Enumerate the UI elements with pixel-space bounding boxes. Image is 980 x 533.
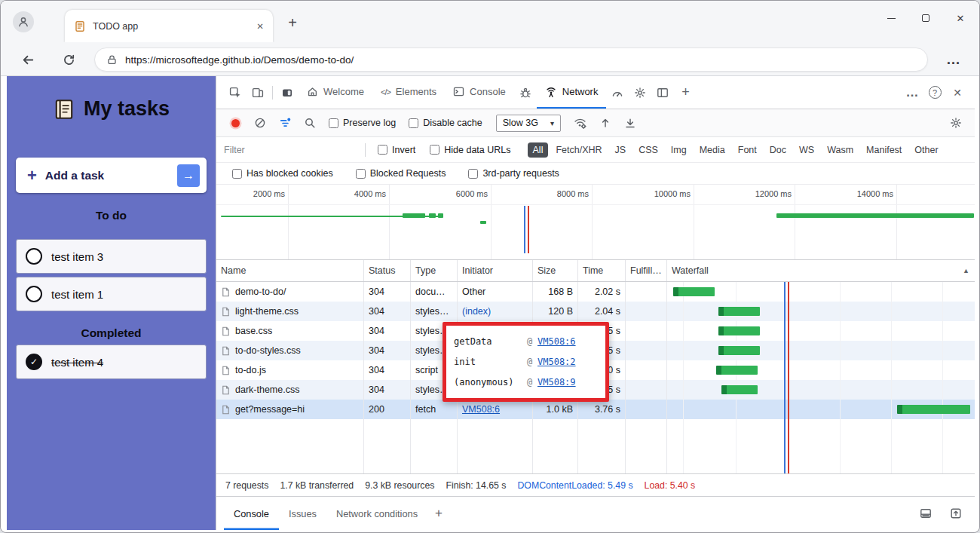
tab-elements[interactable]: </> Elements	[372, 76, 445, 109]
filter-toggle-icon[interactable]	[274, 112, 296, 134]
filter-type-css[interactable]: CSS	[633, 142, 663, 158]
person-icon	[17, 16, 29, 28]
devtools-help-button[interactable]: ?	[923, 81, 946, 104]
filter-type-font[interactable]: Font	[733, 142, 762, 158]
hide-data-urls-checkbox[interactable]: Hide data URLs	[430, 145, 510, 155]
refresh-button[interactable]	[57, 47, 81, 72]
filter-type-manifest[interactable]: Manifest	[861, 142, 907, 158]
column-header-initiator[interactable]: Initiator	[458, 260, 533, 281]
column-header-type[interactable]: Type	[411, 260, 458, 281]
source-location-link[interactable]: VM508:2	[537, 357, 576, 367]
transferred-size: 1.7 kB transferred	[280, 480, 354, 491]
submit-task-button[interactable]: →	[177, 164, 200, 187]
network-overview-timeline[interactable]: 2000 ms 4000 ms 6000 ms 8000 ms 10000 ms…	[216, 185, 975, 260]
column-header-name[interactable]: Name	[216, 260, 364, 281]
at-symbol: @	[527, 336, 537, 347]
clear-network-log-button[interactable]	[249, 112, 271, 134]
task-checkbox[interactable]	[26, 248, 42, 265]
tab-network[interactable]: Network	[537, 76, 607, 109]
profile-avatar[interactable]	[13, 11, 34, 32]
blocked-requests-checkbox[interactable]: Blocked Requests	[356, 168, 446, 179]
tab-console[interactable]: Console	[445, 76, 514, 109]
tab-close-icon[interactable]: ✕	[256, 21, 264, 32]
focus-mode-icon[interactable]	[276, 81, 299, 104]
maximize-button[interactable]	[908, 1, 943, 35]
task-checkbox[interactable]	[26, 286, 42, 302]
device-toolbar-icon[interactable]	[247, 81, 269, 104]
browser-tab[interactable]: TODO app ✕	[65, 10, 273, 42]
column-header-status[interactable]: Status	[364, 260, 411, 281]
back-button[interactable]	[16, 47, 40, 72]
filter-type-js[interactable]: JS	[610, 142, 632, 158]
waterfall-cell	[667, 341, 975, 360]
layout-panel-icon[interactable]	[651, 81, 674, 104]
dock-drawer-icon[interactable]	[914, 502, 937, 525]
record-network-log-button[interactable]	[224, 112, 247, 134]
filter-type-media[interactable]: Media	[694, 142, 730, 158]
minimize-button[interactable]	[874, 1, 908, 35]
waterfall-cell	[667, 302, 975, 321]
source-location-link[interactable]: VM508:6	[537, 336, 576, 347]
browser-menu-button[interactable]: …	[942, 47, 966, 72]
disable-cache-checkbox[interactable]: Disable cache	[409, 118, 482, 128]
network-conditions-icon[interactable]	[569, 112, 592, 134]
column-header-size[interactable]: Size	[533, 260, 578, 281]
timeline-label: 12000 ms	[739, 189, 792, 198]
devtools-menu-button[interactable]: …	[901, 81, 923, 104]
import-har-icon[interactable]	[594, 112, 617, 134]
performance-icon[interactable]	[606, 81, 629, 104]
drawer-tab-issues[interactable]: Issues	[279, 497, 326, 530]
url-bar[interactable]: https://microsoftedge.github.io/Demos/de…	[94, 47, 928, 72]
window-close-button[interactable]: ✕	[943, 1, 978, 35]
devtools-settings-gear-icon[interactable]	[629, 81, 651, 104]
requests-count: 7 requests	[225, 480, 268, 491]
task-label: test item 1	[51, 288, 103, 301]
task-item[interactable]: test item 1	[16, 277, 207, 311]
filter-type-other[interactable]: Other	[909, 142, 943, 158]
column-header-waterfall[interactable]: Waterfall▲	[667, 260, 975, 281]
export-har-icon[interactable]	[619, 112, 642, 134]
column-header-time[interactable]: Time	[578, 260, 626, 281]
filter-type-ws[interactable]: WS	[794, 142, 819, 158]
debugger-bug-icon[interactable]	[514, 81, 537, 104]
devtools-close-button[interactable]: ✕	[946, 81, 969, 104]
drawer-tab-network-conditions[interactable]: Network conditions	[326, 497, 427, 530]
network-settings-gear-icon[interactable]	[945, 112, 967, 134]
throttling-select[interactable]: Slow 3G ▾	[496, 115, 561, 132]
filter-type-doc[interactable]: Doc	[764, 142, 792, 158]
task-item[interactable]: test item 3	[16, 239, 207, 274]
filter-type-img[interactable]: Img	[666, 142, 692, 158]
network-request-row-selected[interactable]: get?message=hi 200 fetch VM508:6 1.0 kB …	[216, 400, 975, 419]
waterfall-bar	[718, 307, 760, 316]
filter-type-all[interactable]: All	[528, 142, 549, 158]
search-icon[interactable]	[299, 112, 321, 134]
todo-app-header: My tasks	[7, 97, 216, 121]
dom-content-loaded-time: DOMContentLoaded: 5.49 s	[517, 480, 632, 491]
task-item-completed[interactable]: ✓ test item 4	[16, 345, 207, 379]
has-blocked-cookies-checkbox[interactable]: Has blocked cookies	[232, 168, 333, 179]
inspect-icon[interactable]	[224, 81, 247, 104]
more-drawer-tabs-button[interactable]: +	[427, 502, 450, 525]
new-tab-button[interactable]: +	[281, 14, 304, 33]
filter-input[interactable]	[224, 145, 358, 155]
network-request-row[interactable]: demo-to-do/ 304 docu… Other 168 B 2.02 s	[216, 282, 975, 302]
preserve-log-checkbox[interactable]: Preserve log	[329, 118, 396, 128]
network-request-row[interactable]: light-theme.css 304 styles… (index) 120 …	[216, 302, 975, 321]
third-party-requests-checkbox[interactable]: 3rd-party requests	[468, 168, 559, 179]
column-header-fulfilled[interactable]: Fulfill…	[626, 260, 667, 281]
tab-label: Welcome	[323, 86, 364, 97]
add-task-button[interactable]: + Add a task →	[16, 158, 207, 193]
initiator-link[interactable]: (index)	[462, 306, 491, 317]
invert-checkbox[interactable]: Invert	[378, 145, 415, 155]
source-location-link[interactable]: VM508:9	[537, 377, 576, 387]
request-status: 304	[364, 282, 411, 302]
checkbox-icon	[329, 118, 338, 128]
more-panels-button[interactable]: +	[674, 81, 697, 104]
filter-type-wasm[interactable]: Wasm	[822, 142, 859, 158]
expand-drawer-icon[interactable]	[945, 502, 967, 525]
drawer-tab-console[interactable]: Console	[224, 497, 279, 530]
task-checkbox-checked[interactable]: ✓	[26, 354, 42, 370]
tab-welcome[interactable]: Welcome	[299, 76, 372, 109]
filter-type-fetch-xhr[interactable]: Fetch/XHR	[550, 142, 607, 158]
initiator-link[interactable]: VM508:6	[462, 404, 500, 415]
